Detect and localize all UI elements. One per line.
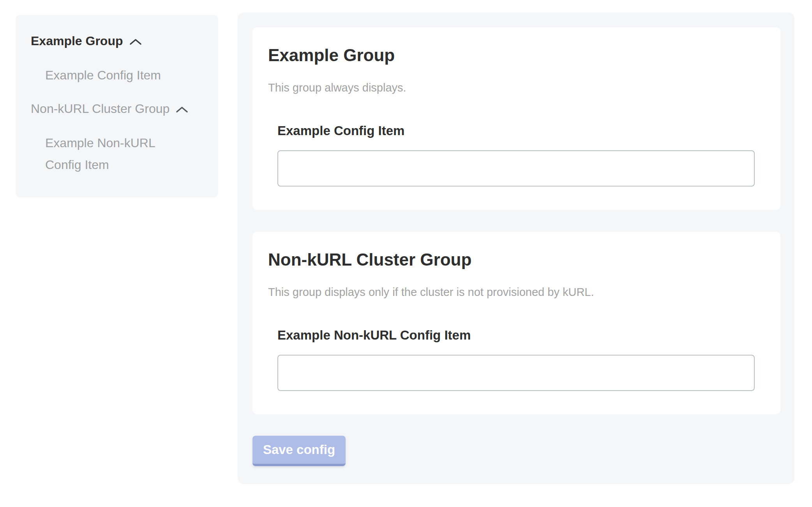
sidebar-item-example-config-item[interactable]: Example Config Item [45, 67, 207, 83]
sidebar-item-example-non-kurl-config-item[interactable]: Example Non-kURL Config Item [45, 132, 174, 176]
example-non-kurl-config-item-input[interactable] [277, 355, 755, 391]
sidebar-group-label: Example Group [31, 33, 123, 49]
sidebar-group-non-kurl-cluster-group[interactable]: Non-kURL Cluster Group [31, 100, 207, 117]
config-item: Example Non-kURL Config Item [277, 327, 765, 391]
config-main-panel: Example Group This group always displays… [238, 12, 794, 484]
chevron-up-icon [129, 34, 142, 49]
config-item-label: Example Non-kURL Config Item [277, 327, 765, 343]
config-nav-sidebar: Example Group Example Config Item Non-kU… [16, 15, 218, 197]
example-config-item-input[interactable] [277, 150, 755, 187]
chevron-up-icon [175, 102, 189, 117]
group-description: This group displays only if the cluster … [268, 285, 765, 299]
config-item: Example Config Item [277, 123, 765, 187]
group-title: Example Group [268, 45, 765, 66]
sidebar-group-example-group[interactable]: Example Group [31, 32, 207, 49]
group-title: Non-kURL Cluster Group [268, 249, 765, 270]
config-item-label: Example Config Item [277, 123, 765, 139]
sidebar-group-label: Non-kURL Cluster Group [31, 101, 169, 116]
group-description: This group always displays. [268, 81, 765, 95]
config-group-card-non-kurl-cluster-group: Non-kURL Cluster Group This group displa… [252, 232, 780, 414]
config-group-card-example-group: Example Group This group always displays… [252, 27, 780, 210]
save-config-button[interactable]: Save config [252, 436, 346, 466]
